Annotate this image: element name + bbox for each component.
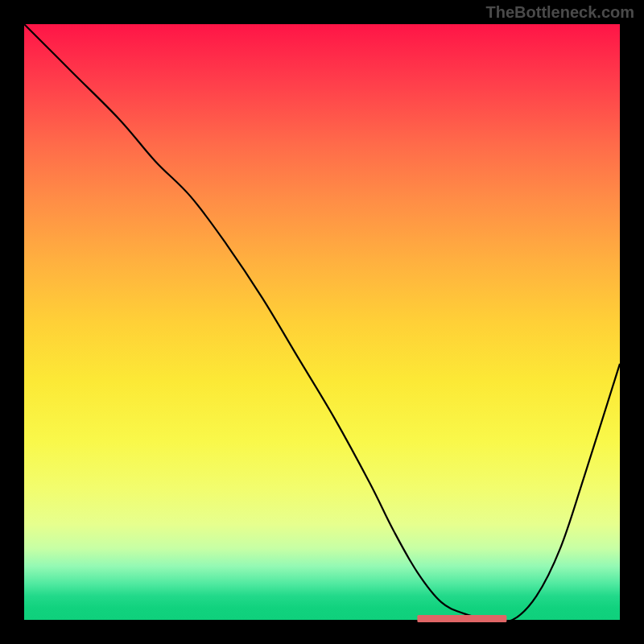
plot-area xyxy=(24,24,620,620)
optimal-range-marker xyxy=(417,615,506,622)
bottleneck-curve xyxy=(24,24,620,622)
curve-svg xyxy=(24,24,620,620)
watermark-text: TheBottleneck.com xyxy=(486,3,634,22)
